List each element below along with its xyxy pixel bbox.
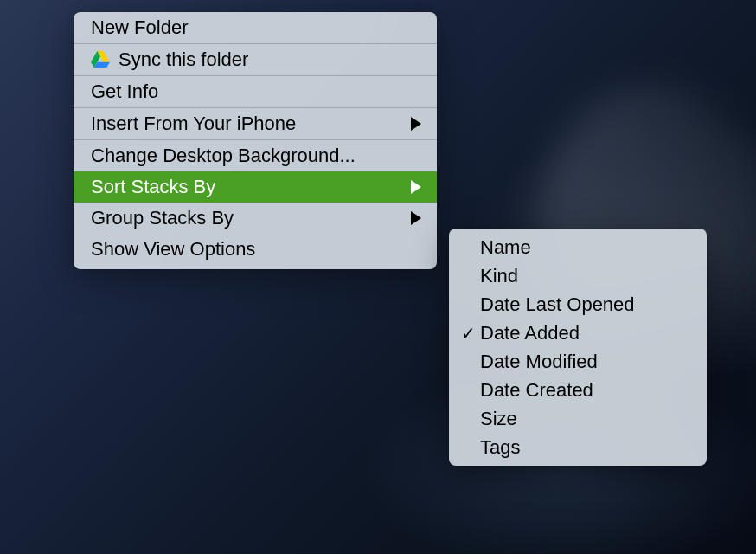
- menu-label: Sync this folder: [119, 48, 421, 71]
- sub-item-tags[interactable]: Tags: [449, 433, 707, 461]
- context-menu-main: New Folder Sync this folder Get Info Ins…: [74, 12, 437, 269]
- menu-item-insert-from-phone[interactable]: Insert From Your iPhone: [74, 108, 437, 140]
- sub-label: Date Created: [480, 379, 691, 402]
- menu-item-show-view-options[interactable]: Show View Options: [74, 234, 437, 269]
- sub-item-date-created[interactable]: Date Created: [449, 376, 707, 404]
- sub-label: Date Last Opened: [480, 293, 691, 316]
- menu-item-sort-stacks-by[interactable]: Sort Stacks By: [74, 171, 437, 203]
- menu-item-sync-folder[interactable]: Sync this folder: [74, 44, 437, 76]
- chevron-right-icon: [411, 211, 421, 225]
- menu-label: Insert From Your iPhone: [91, 113, 411, 135]
- sub-item-date-modified[interactable]: Date Modified: [449, 347, 707, 376]
- menu-label: Change Desktop Background...: [91, 145, 421, 167]
- menu-label: New Folder: [91, 16, 421, 39]
- menu-item-get-info[interactable]: Get Info: [74, 76, 437, 108]
- sub-item-size[interactable]: Size: [449, 404, 707, 433]
- sub-item-date-last-opened[interactable]: Date Last Opened: [449, 290, 707, 319]
- menu-label: Group Stacks By: [91, 207, 411, 229]
- menu-label: Get Info: [91, 81, 421, 103]
- check-mark-icon: ✓: [461, 323, 480, 344]
- context-menu-submenu: Name Kind Date Last Opened ✓ Date Added …: [449, 229, 707, 466]
- sub-label: Date Modified: [480, 351, 691, 373]
- sub-label: Size: [480, 408, 691, 430]
- menu-label: Show View Options: [91, 238, 421, 261]
- chevron-right-icon: [411, 117, 421, 131]
- sub-item-name[interactable]: Name: [449, 233, 707, 261]
- sub-label: Kind: [480, 265, 691, 287]
- sub-label: Date Added: [480, 322, 691, 345]
- sub-item-date-added[interactable]: ✓ Date Added: [449, 319, 707, 347]
- google-drive-icon: [91, 51, 110, 68]
- sub-label: Name: [480, 236, 691, 259]
- menu-item-group-stacks-by[interactable]: Group Stacks By: [74, 203, 437, 234]
- sub-label: Tags: [480, 436, 691, 459]
- chevron-right-icon: [411, 180, 421, 194]
- menu-item-change-background[interactable]: Change Desktop Background...: [74, 140, 437, 171]
- sub-item-kind[interactable]: Kind: [449, 261, 707, 290]
- menu-item-new-folder[interactable]: New Folder: [74, 12, 437, 44]
- menu-label: Sort Stacks By: [91, 176, 411, 198]
